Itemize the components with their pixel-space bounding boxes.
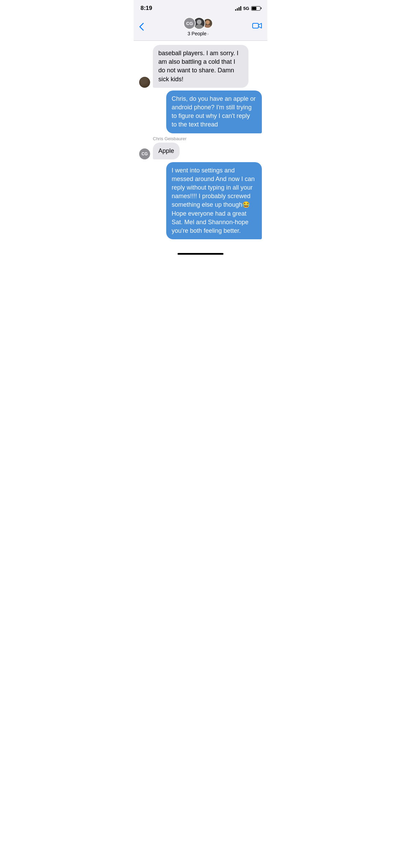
- home-indicator: [134, 250, 267, 256]
- svg-point-1: [195, 24, 203, 29]
- status-time: 8:19: [141, 5, 152, 12]
- people-label[interactable]: 3 People ›: [187, 31, 209, 36]
- nav-bar: CG 3 People ›: [134, 14, 267, 41]
- conversation-header[interactable]: CG 3 People ›: [183, 17, 213, 36]
- outgoing-bubble: Chris, do you have an apple or android p…: [166, 91, 262, 133]
- status-bar: 8:19 5G: [134, 0, 267, 14]
- chevron-right-icon: ›: [207, 31, 208, 36]
- svg-point-2: [206, 20, 210, 24]
- message-text: Apple: [158, 147, 174, 154]
- message-row: baseball players. I am sorry. I am also …: [139, 45, 262, 88]
- incoming-bubble: Apple: [153, 143, 180, 159]
- svg-rect-4: [253, 23, 258, 28]
- incoming-bubble: baseball players. I am sorry. I am also …: [153, 45, 248, 88]
- outgoing-bubble: I went into settings and messed around A…: [166, 162, 262, 240]
- avatar-cg: CG: [183, 17, 196, 29]
- network-type: 5G: [243, 6, 249, 11]
- avatar-group: CG: [183, 17, 213, 29]
- message-text: Chris, do you have an apple or android p…: [172, 95, 256, 128]
- svg-point-0: [197, 20, 202, 24]
- signal-bars-icon: [235, 6, 241, 11]
- cg-avatar: CG: [139, 148, 150, 159]
- svg-point-3: [204, 25, 211, 28]
- back-button[interactable]: [139, 23, 144, 31]
- cg-avatar-label: CG: [142, 152, 148, 156]
- message-text: baseball players. I am sorry. I am also …: [158, 50, 239, 83]
- home-bar: [178, 253, 223, 255]
- messages-area: baseball players. I am sorry. I am also …: [134, 41, 267, 246]
- message-row: I went into settings and messed around A…: [139, 162, 262, 240]
- status-icons: 5G: [235, 6, 260, 11]
- message-text: I went into settings and messed around A…: [172, 167, 255, 234]
- video-call-button[interactable]: [252, 22, 262, 31]
- battery-level: [252, 7, 256, 10]
- message-row: Chris, do you have an apple or android p…: [139, 91, 262, 133]
- message-row: CG Apple: [139, 143, 262, 159]
- battery-icon: [251, 6, 260, 11]
- sender-name-label: Chris Geisbaurer: [153, 136, 262, 141]
- sender-avatar: [139, 77, 150, 88]
